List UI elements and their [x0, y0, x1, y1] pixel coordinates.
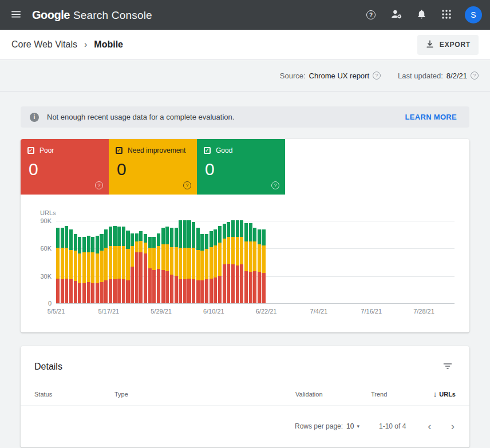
chart-bar — [78, 237, 81, 303]
checkbox-checked-icon[interactable]: ✓ — [116, 147, 122, 154]
bar-segment-poor — [227, 264, 230, 303]
bar-segment-good — [144, 234, 147, 243]
bar-segment-poor — [249, 272, 252, 303]
bar-segment-poor — [144, 253, 147, 303]
checkbox-checked-icon[interactable]: ✓ — [27, 147, 34, 154]
bar-segment-need-improvement — [179, 248, 182, 279]
bar-segment-need-improvement — [223, 239, 226, 264]
details-table-header: Status Type Validation Trend ↓ URLs — [21, 385, 469, 406]
bar-segment-poor — [56, 279, 60, 304]
bar-segment-poor — [205, 279, 208, 303]
next-page-button[interactable]: › — [450, 421, 456, 431]
help-icon[interactable]: ? — [373, 72, 381, 80]
bar-segment-poor — [192, 279, 195, 303]
bar-segment-need-improvement — [253, 241, 256, 271]
bar-segment-good — [100, 234, 103, 251]
apps-button[interactable] — [435, 3, 458, 26]
bar-segment-good — [161, 228, 165, 244]
bar-segment-good — [262, 229, 265, 245]
user-settings-button[interactable] — [385, 3, 408, 26]
bar-segment-good — [223, 224, 226, 239]
chart-bar — [61, 228, 64, 303]
learn-more-link[interactable]: LEARN MORE — [405, 113, 457, 121]
bar-segment-poor — [214, 277, 217, 303]
chart-bar — [148, 237, 152, 303]
source-label: Source: — [280, 72, 306, 80]
rows-per-page-label: Rows per page: — [295, 422, 343, 430]
breadcrumb-core-web-vitals[interactable]: Core Web Vitals — [11, 39, 77, 50]
bar-segment-poor — [157, 269, 160, 303]
bar-segment-need-improvement — [131, 246, 134, 266]
bar-segment-good — [249, 223, 252, 241]
chart-bar — [161, 228, 165, 303]
breadcrumb-bar: Core Web Vitals › Mobile EXPORT — [0, 30, 490, 60]
gridline — [56, 221, 455, 221]
y-axis-tick-label: 0 — [48, 300, 52, 307]
chart-bar — [131, 233, 134, 303]
metric-tiles: ✓ Poor 0 ? ✓ Need improvement 0 ? ✓ Good — [21, 139, 469, 195]
checkbox-checked-icon[interactable]: ✓ — [204, 147, 211, 154]
column-trend[interactable]: Trend — [371, 391, 433, 398]
account-avatar[interactable]: S — [465, 6, 482, 23]
bar-segment-good — [117, 227, 121, 246]
bar-segment-need-improvement — [100, 251, 103, 282]
bar-segment-need-improvement — [231, 237, 235, 264]
help-icon[interactable]: ? — [471, 72, 479, 80]
help-button[interactable]: ? — [359, 3, 382, 26]
app-logo[interactable]: Google Search Console — [32, 9, 152, 22]
bar-segment-good — [87, 236, 90, 252]
bar-segment-poor — [183, 279, 187, 303]
bar-segment-good — [200, 234, 204, 251]
chart-y-axis-title: URLs — [40, 209, 455, 216]
menu-button[interactable] — [5, 3, 27, 26]
column-status[interactable]: Status — [34, 391, 114, 398]
filter-button[interactable] — [440, 359, 456, 375]
bar-segment-poor — [258, 272, 261, 303]
column-urls-sort[interactable]: ↓ URLs — [433, 390, 456, 398]
bar-segment-good — [253, 228, 256, 241]
filter-icon — [442, 361, 453, 373]
chart-bar — [157, 233, 160, 303]
tile-good[interactable]: ✓ Good 0 ? — [197, 139, 285, 195]
bar-segment-need-improvement — [56, 248, 60, 278]
chart-bar — [74, 234, 77, 303]
bar-segment-need-improvement — [104, 248, 108, 280]
export-button[interactable]: EXPORT — [417, 35, 479, 55]
chart-bar — [249, 223, 252, 303]
help-icon[interactable]: ? — [271, 181, 279, 189]
bar-segment-need-improvement — [91, 252, 94, 283]
rows-per-page-select[interactable]: 10 ▾ — [346, 422, 359, 430]
column-validation[interactable]: Validation — [295, 391, 371, 398]
tile-need-improvement[interactable]: ✓ Need improvement 0 ? — [109, 139, 197, 195]
chart-bar — [223, 224, 226, 303]
bar-segment-poor — [218, 276, 222, 303]
bar-segment-poor — [231, 264, 235, 303]
chart-bar — [227, 222, 230, 303]
chart-bar — [69, 229, 73, 303]
previous-page-button[interactable]: ‹ — [426, 421, 432, 431]
chart-bar — [258, 229, 261, 303]
chart-bar — [65, 226, 68, 303]
source-bar: Source: Chrome UX report ? Last updated:… — [0, 60, 490, 92]
chart-bar — [135, 233, 139, 303]
chart-bar — [240, 220, 243, 303]
last-updated-info: Last updated: 8/2/21 ? — [398, 72, 479, 80]
x-axis-tick-label: 7/16/21 — [361, 308, 382, 315]
chart-bar — [192, 222, 195, 303]
x-axis-tick-label: 5/29/21 — [151, 308, 172, 315]
x-axis-tick-label: 7/4/21 — [310, 308, 328, 315]
bar-segment-need-improvement — [210, 247, 213, 279]
bar-segment-poor — [152, 270, 156, 303]
bar-segment-need-improvement — [262, 245, 265, 273]
bar-segment-need-improvement — [152, 248, 156, 270]
tile-poor[interactable]: ✓ Poor 0 ? — [21, 139, 109, 195]
bar-segment-good — [61, 228, 64, 248]
bar-segment-poor — [96, 283, 99, 303]
help-icon[interactable]: ? — [183, 181, 191, 189]
notifications-button[interactable] — [410, 3, 433, 26]
bar-segment-good — [126, 231, 129, 249]
bar-segment-need-improvement — [157, 246, 160, 269]
bar-segment-good — [258, 229, 261, 244]
help-icon[interactable]: ? — [95, 181, 103, 189]
column-type[interactable]: Type — [114, 391, 295, 398]
